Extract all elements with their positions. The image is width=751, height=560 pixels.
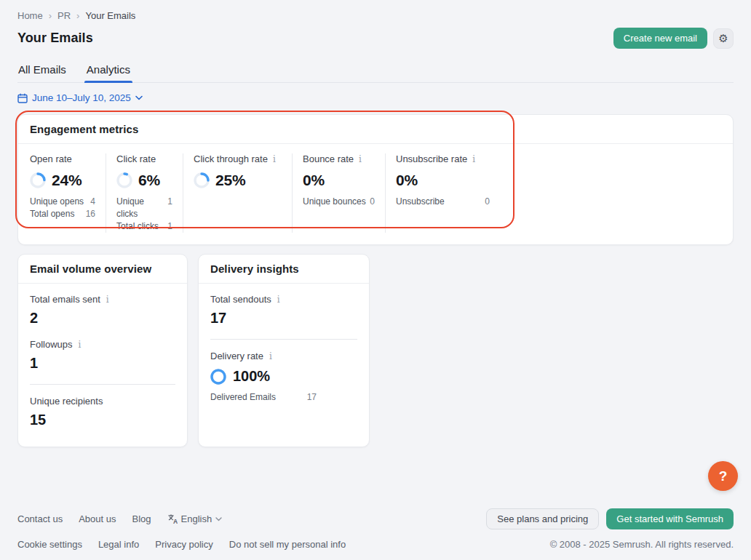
footer-link-do-not-sell[interactable]: Do not sell my personal info <box>229 539 346 550</box>
calendar-icon <box>17 93 28 103</box>
main-content: Home › PR › Your Emails Your Emails Crea… <box>0 0 751 508</box>
delivery-insights-title: Delivery insights <box>199 255 369 284</box>
stat-row: Total clicks 1 <box>116 220 172 233</box>
chevron-down-icon <box>135 95 143 100</box>
settings-button[interactable]: ⚙ <box>713 28 734 49</box>
delivered-emails-row: Delivered Emails 17 <box>210 392 317 402</box>
stat-label: Total opens <box>30 208 74 220</box>
footer-link-about-us[interactable]: About us <box>79 513 116 524</box>
see-plans-button[interactable]: See plans and pricing <box>486 508 599 529</box>
metrics-row: Open rate 24% Unique opens 4 Total opens… <box>18 144 733 244</box>
info-icon[interactable]: i <box>79 340 82 349</box>
stat-row: Unique bounces 0 <box>303 196 375 208</box>
click-through-rate-donut-chart <box>194 172 210 188</box>
engagement-metrics-title: Engagement metrics <box>18 115 733 144</box>
create-new-email-button[interactable]: Create new email <box>613 28 707 49</box>
delivery-rate-value: 100% <box>233 368 270 385</box>
language-label: English <box>181 513 212 524</box>
info-icon[interactable]: i <box>269 352 272 361</box>
metric-label: Open rate <box>30 153 72 164</box>
breadcrumb-home[interactable]: Home <box>17 10 43 21</box>
stat-row: Unique opens 4 <box>30 196 95 208</box>
footer: Contact us About us Blog A English See p… <box>0 508 751 560</box>
stat-label: Unique bounces <box>303 196 366 208</box>
tab-bar: All Emails Analytics <box>17 60 734 83</box>
overview-cards-row: Email volume overview Total emails sent … <box>17 254 734 447</box>
footer-link-cookie-settings[interactable]: Cookie settings <box>17 539 82 550</box>
metric-value: 0% <box>396 172 418 189</box>
stat-label: Unique opens <box>30 196 84 208</box>
chevron-right-icon: › <box>76 10 79 21</box>
info-icon[interactable]: i <box>472 155 475 164</box>
question-mark-icon: ? <box>719 468 728 484</box>
stat-value: 16 <box>86 208 95 220</box>
help-button[interactable]: ? <box>708 461 738 491</box>
metric-label: Unsubscribe rate <box>396 153 467 164</box>
total-sendouts-value: 17 <box>210 310 357 327</box>
divider <box>210 339 357 340</box>
metric-unsubscribe-rate: Unsubscribe rate i 0% Unsubscribe 0 <box>385 153 500 233</box>
stat-value: 4 <box>90 196 95 208</box>
breadcrumb-your-emails: Your Emails <box>85 10 135 21</box>
delivered-emails-label: Delivered Emails <box>210 392 276 402</box>
tab-analytics[interactable]: Analytics <box>86 60 131 82</box>
breadcrumb: Home › PR › Your Emails <box>17 0 734 21</box>
metric-value: 24% <box>52 172 82 189</box>
metric-label: Bounce rate <box>303 153 354 164</box>
get-started-button[interactable]: Get started with Semrush <box>606 508 734 529</box>
delivered-emails-value: 17 <box>307 392 317 402</box>
stat-row: Total opens 16 <box>30 208 95 220</box>
stat-value: 0 <box>485 196 490 208</box>
date-range-label: June 10–July 10, 2025 <box>32 92 131 103</box>
unique-recipients-label: Unique recipients <box>30 396 103 407</box>
engagement-metrics-card: Engagement metrics Open rate 24% Unique … <box>17 114 734 245</box>
info-icon[interactable]: i <box>106 295 109 304</box>
stat-value: 0 <box>370 196 375 208</box>
email-volume-title: Email volume overview <box>18 255 187 284</box>
followups-value: 1 <box>30 355 175 372</box>
total-sendouts-label: Total sendouts <box>210 294 271 305</box>
footer-link-legal-info[interactable]: Legal info <box>98 539 139 550</box>
translate-icon: A <box>167 514 178 524</box>
stat-label: Unsubscribe <box>396 196 445 208</box>
metric-value: 6% <box>138 172 160 189</box>
info-icon[interactable]: i <box>359 155 362 164</box>
delivery-insights-card: Delivery insights Total sendouts i 17 De… <box>198 254 370 447</box>
open-rate-donut-chart <box>30 172 46 188</box>
metric-value: 25% <box>215 172 245 189</box>
total-emails-sent-label: Total emails sent <box>30 294 100 305</box>
gear-icon: ⚙ <box>718 33 728 44</box>
stat-label: Unique clicks <box>116 196 167 220</box>
metric-value: 0% <box>303 172 325 189</box>
language-selector[interactable]: A English <box>167 513 223 524</box>
metric-click-through-rate: Click through rate i 25% <box>183 153 292 233</box>
total-emails-sent-value: 2 <box>30 310 175 327</box>
email-volume-card: Email volume overview Total emails sent … <box>17 254 188 447</box>
tab-all-emails[interactable]: All Emails <box>17 60 67 82</box>
unique-recipients-value: 15 <box>30 412 175 428</box>
footer-link-privacy-policy[interactable]: Privacy policy <box>155 539 212 550</box>
info-icon[interactable]: i <box>273 155 276 164</box>
engagement-section: Engagement metrics Open rate 24% Unique … <box>17 114 734 245</box>
breadcrumb-pr[interactable]: PR <box>57 10 71 21</box>
page-title: Your Emails <box>17 31 93 46</box>
stat-value: 1 <box>167 196 172 220</box>
metric-label: Click rate <box>116 153 156 164</box>
stat-row: Unique clicks 1 <box>116 196 172 220</box>
header-actions: Create new email ⚙ <box>613 28 734 49</box>
info-icon[interactable]: i <box>277 295 280 304</box>
svg-text:A: A <box>173 518 178 524</box>
chevron-down-icon <box>215 517 222 521</box>
date-range-picker[interactable]: June 10–July 10, 2025 <box>17 92 143 103</box>
chevron-right-icon: › <box>49 10 52 21</box>
metric-label: Click through rate <box>194 153 268 164</box>
metric-click-rate: Click rate 6% Unique clicks 1 Total clic… <box>106 153 183 233</box>
stat-row: Unsubscribe 0 <box>396 196 490 208</box>
followups-label: Followups <box>30 339 73 350</box>
delivery-rate-donut-chart <box>210 369 226 385</box>
footer-link-contact-us[interactable]: Contact us <box>17 513 63 524</box>
click-rate-donut-chart <box>116 172 132 188</box>
copyright-text: © 2008 - 2025 Semrush. All rights reserv… <box>550 539 734 550</box>
divider <box>30 384 175 385</box>
footer-link-blog[interactable]: Blog <box>132 513 151 524</box>
